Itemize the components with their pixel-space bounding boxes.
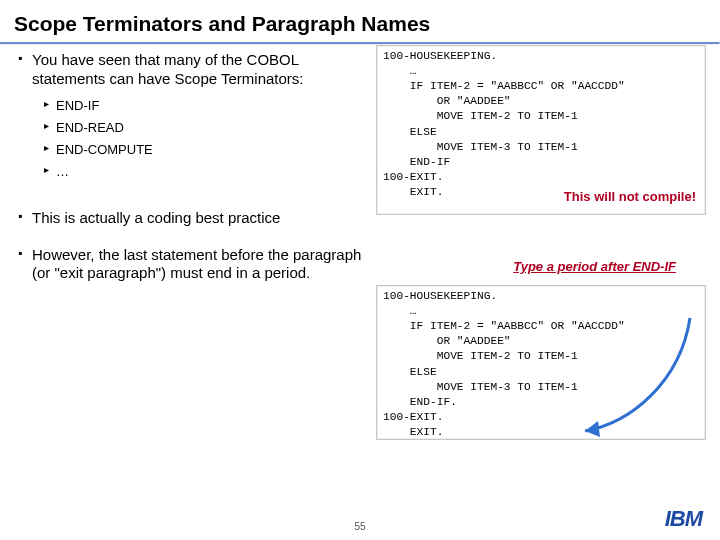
note-will-not-compile: This will not compile! bbox=[564, 189, 696, 204]
note-type-period: Type a period after END-IF bbox=[513, 259, 676, 274]
sub-end-compute: END-COMPUTE bbox=[44, 139, 368, 161]
bullet-period-rule: However, the last statement before the p… bbox=[18, 246, 368, 284]
ibm-logo: IBM bbox=[665, 506, 702, 532]
bullet-scope-terminators: You have seen that many of the COBOL sta… bbox=[18, 51, 368, 89]
sub-ellipsis: … bbox=[44, 161, 368, 183]
sub-end-read: END-READ bbox=[44, 117, 368, 139]
bullet-best-practice: This is actually a coding best practice bbox=[18, 209, 368, 228]
sub-bullet-list: END-IF END-READ END-COMPUTE … bbox=[44, 95, 368, 183]
code-example-good: 100-HOUSEKEEPING. … IF ITEM-2 = "AABBCC"… bbox=[376, 285, 706, 440]
slide-title: Scope Terminators and Paragraph Names bbox=[0, 0, 720, 42]
left-column: You have seen that many of the COBOL sta… bbox=[18, 51, 368, 289]
page-number: 55 bbox=[354, 521, 365, 532]
slide-body: You have seen that many of the COBOL sta… bbox=[0, 45, 720, 505]
sub-end-if: END-IF bbox=[44, 95, 368, 117]
